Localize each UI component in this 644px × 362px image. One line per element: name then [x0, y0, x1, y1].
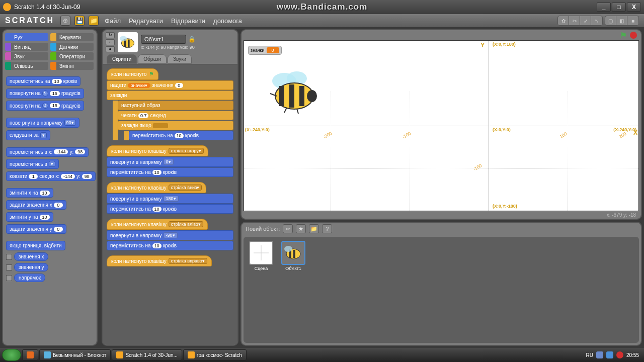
category-Датчики[interactable]: Датчики — [50, 43, 94, 51]
quicklaunch-firefox[interactable] — [22, 349, 38, 360]
scratch-logo: SCRATCH — [5, 16, 54, 25]
script-stack-4[interactable]: коли натиснуто клавішустрілка вліво▾ пов… — [107, 219, 233, 250]
block-bounce[interactable]: якщо границя, відбити — [6, 241, 65, 250]
tray-icon-1[interactable] — [596, 351, 603, 358]
tab-costumes[interactable]: Образи — [138, 54, 167, 64]
reporter-y[interactable]: значення y — [6, 263, 94, 272]
svg-point-15 — [284, 246, 292, 252]
new-sprite-bar: Новий об'єкт: ✏ ★ 📁 ? — [242, 223, 641, 235]
shrink-icon[interactable]: ⤡ — [591, 16, 602, 25]
taskbar-item-2[interactable]: Scratch 1.4 of 30-Jun... — [112, 349, 182, 360]
lock-icon[interactable]: 🔒 — [188, 36, 196, 43]
save-icon[interactable]: 💾 — [74, 16, 85, 26]
coord-center: (X:0,Y:0) — [493, 127, 511, 132]
stage[interactable]: Y X (X:0,Y:180) (X:-240,Y:0) (X:0,Y:0) (… — [244, 40, 639, 211]
block-change-x[interactable]: змінити x на10 — [6, 188, 53, 198]
mouse-coords: x: -679 y: -18 — [242, 211, 641, 219]
app-toolbar: SCRATCH ⊕ 💾 📁 Файл Редагувати Відправити… — [0, 14, 644, 27]
rotate-flip-icon[interactable]: ↔ — [106, 39, 115, 45]
sprite-name-input[interactable] — [141, 35, 186, 44]
script-stack-1[interactable]: коли натиснуто⚑ надатизначки▾значення0 з… — [107, 68, 233, 140]
cut-icon[interactable]: ✂ — [569, 16, 580, 25]
tool-buttons: ✿ ✂ ⤢ ⤡ — [557, 16, 603, 26]
bee-sprite[interactable] — [264, 68, 325, 116]
taskbar-item-3[interactable]: гра космос- Scratch — [183, 349, 247, 360]
block-point-direction[interactable]: повернути в напрямку90▾ — [6, 118, 79, 128]
rotate-full-icon[interactable]: ↻ — [106, 32, 115, 38]
stage-controls: ⚑ — [242, 30, 641, 40]
tab-sounds[interactable]: Звуки — [168, 54, 192, 64]
menu-edit[interactable]: Редагувати — [127, 17, 165, 25]
svg-line-8 — [284, 108, 287, 113]
tab-scripts[interactable]: Скрипти — [107, 54, 137, 64]
sprite-coords: x: -144 y: 98 напрямок: 90 — [141, 45, 234, 50]
stop-button[interactable] — [630, 32, 637, 39]
taskbar-item-1[interactable]: Безымянный - Блокнот — [39, 349, 111, 360]
close-button[interactable]: X — [627, 3, 641, 12]
stage-thumbnail[interactable]: Сцена — [248, 241, 275, 339]
rotate-none-icon[interactable]: ● — [106, 46, 115, 52]
maximize-button[interactable]: □ — [612, 3, 626, 12]
block-move[interactable]: переміститись на10кроків — [6, 76, 80, 86]
reporter-x[interactable]: значення x — [6, 252, 94, 261]
open-icon[interactable]: 📁 — [89, 16, 99, 26]
watermark: www.Bandicam.com — [277, 2, 368, 12]
svg-point-3 — [120, 36, 127, 41]
app-icon — [3, 3, 11, 11]
block-goto-xy[interactable]: переміститись в x:-144y:98 — [6, 147, 89, 157]
menu-help[interactable]: допомога — [211, 17, 244, 25]
grow-icon[interactable]: ⤢ — [580, 16, 591, 25]
green-flag-button[interactable]: ⚑ — [620, 31, 627, 40]
sprite-list: Сцена Об'єкт1 — [244, 237, 639, 343]
block-turn-left[interactable]: повернути на↺15градусів — [6, 101, 84, 111]
block-change-y[interactable]: змінити y на10 — [6, 212, 53, 222]
variable-display[interactable]: значки0 — [248, 46, 282, 55]
view-small-icon[interactable]: ▢ — [605, 16, 616, 25]
surprise-sprite-icon[interactable]: ? — [322, 224, 332, 233]
category-Змінні[interactable]: Змінні — [50, 62, 94, 70]
turn-left-icon: ↺ — [42, 103, 48, 109]
block-set-x[interactable]: задати значення x0 — [6, 200, 66, 210]
block-goto-sprite[interactable]: переміститись в▾ — [6, 159, 59, 169]
script-stack-3[interactable]: коли натиснуто клавішустрілка вниз▾ пове… — [107, 182, 233, 214]
script-area[interactable]: коли натиснуто⚑ надатизначки▾значення0 з… — [103, 64, 237, 345]
category-Вигляд[interactable]: Вигляд — [5, 43, 48, 51]
paint-sprite-icon[interactable]: ✏ — [283, 224, 293, 233]
minimize-button[interactable]: _ — [597, 3, 611, 12]
start-button[interactable] — [2, 349, 21, 361]
choose-sprite-icon[interactable]: ★ — [296, 224, 306, 233]
category-Рух[interactable]: Рух — [5, 33, 48, 41]
script-stack-5[interactable]: коли натиснуто клавішустрілка вправо▾ — [107, 255, 233, 266]
tabs: Скрипти Образи Звуки — [103, 54, 237, 64]
svg-rect-14 — [293, 250, 295, 258]
block-turn-right[interactable]: повернути на↻15градусів — [6, 88, 84, 99]
category-Оператори[interactable]: Оператори — [50, 52, 94, 60]
svg-point-7 — [307, 90, 317, 102]
import-sprite-icon[interactable]: 📁 — [309, 224, 319, 233]
coord-top: (X:0,Y:180) — [493, 42, 516, 47]
globe-icon[interactable]: ⊕ — [60, 16, 70, 26]
view-full-icon[interactable]: ■ — [627, 16, 638, 25]
script-stack-2[interactable]: коли натиснуто клавішустрілка вгору▾ пов… — [107, 145, 233, 177]
stamp-icon[interactable]: ✿ — [558, 16, 569, 25]
coord-left: (X:-240,Y:0) — [245, 127, 270, 132]
green-flag-icon: ⚑ — [149, 71, 154, 77]
menu-file[interactable]: Файл — [103, 17, 123, 25]
category-Звук[interactable]: Звук — [5, 52, 48, 60]
sprite-item-1[interactable]: Об'єкт1 — [280, 241, 307, 339]
block-set-y[interactable]: задати значення y0 — [6, 224, 66, 234]
block-glide[interactable]: ковзати1сек до x:-144y:98 — [6, 171, 96, 181]
clock[interactable]: 20:55 — [626, 352, 639, 358]
sprite-header: ↻ ↔ ● 🔒 x: -144 y: 98 напрямок: 90 — [103, 30, 237, 54]
system-tray: RU 20:55 — [586, 351, 642, 358]
menu-share[interactable]: Відправити — [169, 17, 207, 25]
block-follow[interactable]: слідувати за▾ — [6, 130, 50, 140]
category-Олівець[interactable]: Олівець — [5, 62, 48, 70]
block-palette: переміститись на10кроків повернути на↻15… — [3, 73, 97, 345]
reporter-direction[interactable]: напрямок — [6, 274, 94, 282]
view-normal-icon[interactable]: ◧ — [616, 16, 627, 25]
tray-icon-2[interactable] — [606, 351, 613, 358]
tray-icon-3[interactable] — [616, 351, 623, 358]
category-Керувати[interactable]: Керувати — [50, 33, 94, 41]
language-indicator[interactable]: RU — [586, 352, 593, 358]
